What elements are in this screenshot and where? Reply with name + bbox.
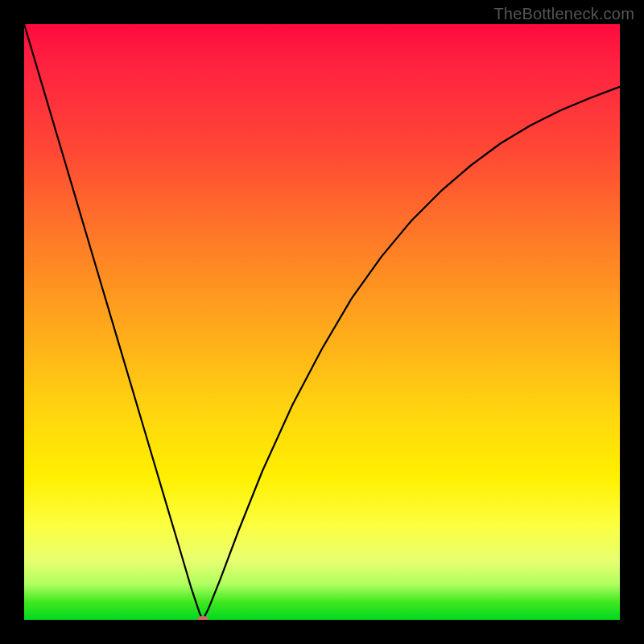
watermark-text: TheBottleneck.com	[493, 5, 634, 23]
chart-frame: TheBottleneck.com	[0, 0, 644, 644]
min-marker-icon	[197, 616, 208, 620]
plot-area	[24, 24, 620, 620]
bottleneck-curve	[24, 24, 620, 620]
curve-svg	[24, 24, 620, 620]
